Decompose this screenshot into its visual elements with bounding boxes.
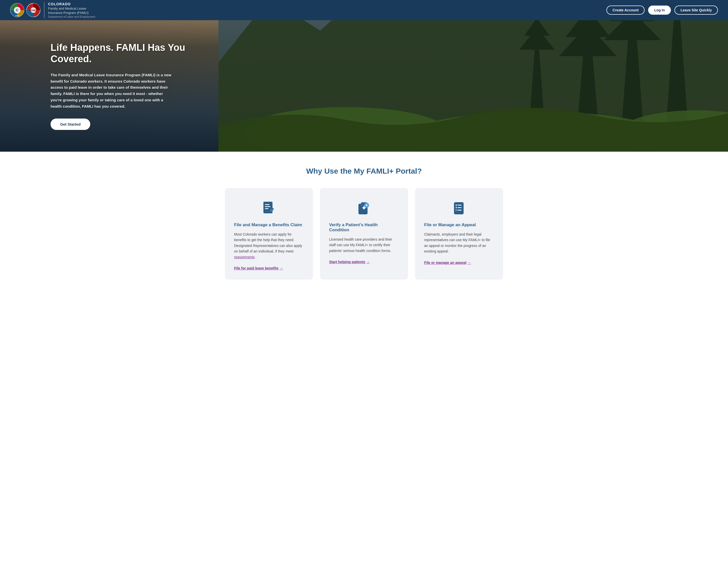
card-health-icon — [329, 200, 399, 216]
why-section: Why Use the My FAMLI+ Portal? File and M… — [0, 152, 728, 300]
svg-rect-29 — [458, 210, 462, 211]
svg-rect-32 — [456, 209, 457, 211]
state-seal-icon: C CDLE — [10, 3, 24, 17]
card-appeal-body: Claimants, employers and their legal rep… — [424, 231, 494, 254]
header-nav: Create Account Log In Leave Site Quickly — [607, 6, 718, 15]
state-name: COLORADO — [48, 2, 95, 6]
department-name: Department of Labor and Employment — [48, 15, 95, 18]
why-section-title: Why Use the My FAMLI+ Portal? — [20, 167, 708, 175]
hero-trees-illustration — [218, 20, 728, 152]
svg-text:C: C — [16, 8, 18, 12]
svg-rect-25 — [366, 204, 367, 206]
card-health-body: Licensed health care providers and their… — [329, 237, 399, 254]
card-appeal-icon — [424, 200, 494, 216]
site-header: C CDLE FAMLI COLORADO Family and Medical… — [0, 0, 728, 20]
card-benefits-icon — [234, 200, 304, 216]
svg-rect-14 — [265, 208, 268, 209]
svg-rect-26 — [454, 202, 464, 214]
get-started-button[interactable]: Get Started — [51, 118, 90, 130]
file-leave-link[interactable]: File for paid leave benefits → — [234, 266, 283, 270]
header-logo-area: C CDLE FAMLI COLORADO Family and Medical… — [10, 2, 95, 18]
card-benefits-claim: File and Manage a Benefits Claim Most Co… — [225, 188, 313, 279]
card-benefits-title: File and Manage a Benefits Claim — [234, 222, 304, 227]
hero-title: Life Happens. FAMLI Has You Covered. — [51, 42, 197, 65]
svg-rect-28 — [458, 207, 462, 208]
card-health-condition: Verify a Patient's Health Condition Lice… — [320, 188, 408, 279]
file-edit-icon — [261, 200, 277, 216]
svg-text:FAMLI: FAMLI — [30, 9, 37, 12]
start-helping-link[interactable]: Start helping patients → — [329, 260, 370, 264]
card-benefits-body: Most Colorado workers can apply for bene… — [234, 231, 304, 260]
medical-clipboard-icon — [356, 200, 372, 216]
svg-rect-27 — [458, 205, 462, 206]
header-title-block: COLORADO Family and Medical Leave Insura… — [44, 2, 95, 18]
svg-text:CDLE: CDLE — [15, 15, 19, 16]
card-health-title: Verify a Patient's Health Condition — [329, 222, 399, 232]
card-appeal-title: File or Manage an Appeal — [424, 222, 494, 227]
log-in-button[interactable]: Log In — [648, 6, 671, 15]
leave-site-button[interactable]: Leave Site Quickly — [674, 6, 718, 15]
hero-section: Life Happens. FAMLI Has You Covered. The… — [0, 20, 728, 152]
program-subtitle: Insurance Program (FAMLI) — [48, 11, 95, 15]
checklist-icon — [451, 200, 467, 216]
create-account-button[interactable]: Create Account — [607, 6, 644, 15]
svg-rect-13 — [265, 206, 270, 207]
svg-rect-12 — [265, 204, 269, 205]
cards-grid: File and Manage a Benefits Claim Most Co… — [225, 188, 503, 279]
program-name: Family and Medical Leave — [48, 7, 95, 10]
card-appeal: File or Manage an Appeal Claimants, empl… — [415, 188, 503, 279]
famli-logo-icon: FAMLI — [26, 3, 41, 17]
colorado-logo: C CDLE FAMLI — [10, 3, 41, 17]
hero-content: Life Happens. FAMLI Has You Covered. The… — [46, 37, 202, 135]
file-appeal-link[interactable]: File or manage an appeal → — [424, 261, 471, 265]
hero-body: The Family and Medical Leave Insurance P… — [51, 72, 172, 110]
requirements-link[interactable]: requirements — [234, 255, 255, 259]
